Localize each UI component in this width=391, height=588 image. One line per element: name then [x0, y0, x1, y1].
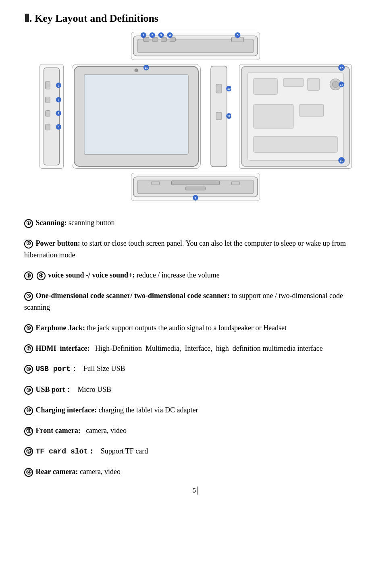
svg-text:10: 10 [227, 87, 231, 90]
svg-text:3: 3 [160, 33, 162, 37]
svg-text:12: 12 [227, 115, 231, 118]
svg-text:5: 5 [237, 33, 239, 37]
desc-usb-full: Full Size USB [79, 364, 125, 373]
badge-10: ⑩ [24, 406, 33, 415]
page-number-bar [198, 487, 198, 495]
svg-rect-31 [84, 75, 188, 155]
svg-text:4: 4 [169, 33, 171, 37]
def-usb-micro: ⑨ USB port： Micro USB [24, 384, 367, 395]
top-view-row: 1 2 3 4 5 [24, 32, 367, 60]
badge-9: ⑨ [24, 386, 33, 395]
bottom-view-diagram: 6 [131, 173, 260, 201]
left-side-diagram: 6 7 8 9 [40, 64, 64, 169]
def-usb-full: ⑧ USB port： Full Size USB [24, 363, 367, 375]
svg-text:7: 7 [58, 98, 59, 101]
badge-7: ⑦ [24, 344, 33, 353]
term-front-camera: Front camera: [36, 427, 81, 435]
svg-rect-48 [299, 104, 323, 116]
svg-rect-3 [152, 37, 158, 41]
def-hdmi: ⑦ HDMI interface: High-Definition Multim… [24, 343, 367, 354]
badge-5: ⑤ [24, 292, 33, 301]
desc-front-camera: camera, video [82, 427, 127, 435]
svg-rect-36 [216, 84, 222, 93]
desc-tf-card: Support TF card [97, 447, 148, 455]
svg-rect-4 [161, 37, 167, 41]
term-usb-micro: USB port： [36, 385, 73, 393]
top-view-diagram: 1 2 3 4 5 [131, 32, 260, 60]
svg-rect-18 [45, 81, 50, 89]
desc-voice: reduce / increase the volume [137, 271, 220, 279]
badge-13: ⑬ [24, 447, 33, 456]
def-tf-card: ⑬ TF card slot： Support TF card [24, 445, 367, 458]
svg-rect-49 [253, 137, 337, 153]
svg-rect-37 [216, 112, 222, 120]
def-scanner: ⑤ One-dimensional code scanner/ two-dime… [24, 290, 367, 313]
page-num-text: 5 [193, 487, 196, 494]
svg-rect-20 [45, 111, 50, 117]
svg-point-51 [332, 81, 339, 88]
svg-rect-62 [152, 182, 160, 185]
svg-text:13: 13 [339, 159, 343, 163]
page-title: Ⅱ. Key Layout and Definitions [24, 12, 367, 25]
svg-text:1: 1 [143, 33, 145, 37]
def-voice-sound: ③ ④ voice sound -/ voice sound+: reduce … [24, 269, 367, 281]
svg-text:6: 6 [195, 197, 196, 199]
def-front-camera: ⑪ Front camera: camera, video [24, 425, 367, 437]
desc-usb-micro: Micro USB [74, 385, 112, 393]
svg-text:8: 8 [58, 112, 59, 115]
badge-11: ⑪ [24, 427, 33, 436]
desc-rear-camera: camera, video [80, 468, 121, 476]
right-ports-area: 10 12 [209, 64, 231, 169]
svg-text:15: 15 [339, 66, 343, 70]
page-number-area: 5 [24, 487, 367, 495]
svg-text:14: 14 [340, 83, 343, 86]
diagram-section: 1 2 3 4 5 6 [24, 32, 367, 205]
desc-charging: charging the tablet via DC adapter [98, 406, 198, 414]
back-view-diagram: 15 13 14 [239, 64, 352, 169]
term-rear-camera: Rear camera: [36, 468, 78, 476]
svg-text:11: 11 [144, 66, 148, 69]
definitions-section: ① Scanning: scanning button ② Power butt… [24, 217, 367, 478]
badge-8: ⑧ [24, 365, 33, 374]
svg-rect-47 [253, 104, 293, 128]
def-power-button: ② Power button: to start or close touch … [24, 238, 367, 261]
svg-text:9: 9 [58, 126, 59, 128]
badge-4: ④ [37, 271, 46, 280]
badge-34: ③ [24, 271, 33, 280]
roman-numeral: Ⅱ [24, 12, 29, 24]
term-usb-full: USB port： [36, 365, 78, 373]
term-tf-card: TF card slot： [36, 447, 96, 455]
svg-rect-61 [185, 187, 206, 190]
svg-text:2: 2 [151, 33, 153, 37]
term-voice: voice sound -/ voice sound+: [48, 271, 135, 279]
middle-view-row: 6 7 8 9 11 [24, 64, 367, 169]
def-earphone: ⑥ Earphone Jack: the jack support output… [24, 322, 367, 334]
svg-point-32 [135, 69, 138, 72]
term-scanning: Scanning: [36, 219, 67, 227]
term-scanner: One-dimensional code scanner/ two-dimens… [36, 292, 230, 300]
svg-rect-2 [144, 37, 149, 41]
term-charging: Charging interface: [36, 406, 97, 414]
term-hdmi: HDMI interface: [36, 344, 90, 352]
title-text: Key Layout and Definitions [35, 12, 158, 24]
badge-1: ① [24, 219, 33, 228]
svg-rect-63 [231, 182, 239, 185]
badge-14: ⑭ [24, 468, 33, 477]
svg-rect-46 [307, 79, 319, 91]
svg-text:6: 6 [58, 84, 59, 87]
bottom-view-row: 6 [24, 173, 367, 201]
svg-rect-5 [170, 37, 175, 41]
def-scanning: ① Scanning: scanning button [24, 217, 367, 229]
svg-rect-44 [253, 79, 277, 95]
desc-earphone: the jack support outputs the audio signa… [87, 324, 287, 332]
badge-2: ② [24, 240, 33, 248]
svg-rect-19 [45, 97, 50, 103]
def-rear-camera: ⑭ Rear camera: camera, video [24, 466, 367, 478]
svg-rect-60 [171, 181, 219, 185]
badge-6: ⑥ [24, 324, 33, 333]
def-charging: ⑩ Charging interface: charging the table… [24, 404, 367, 416]
svg-rect-45 [283, 79, 304, 87]
term-power: Power button: [36, 239, 80, 247]
term-earphone: Earphone Jack: [36, 324, 85, 332]
svg-rect-21 [45, 124, 50, 130]
